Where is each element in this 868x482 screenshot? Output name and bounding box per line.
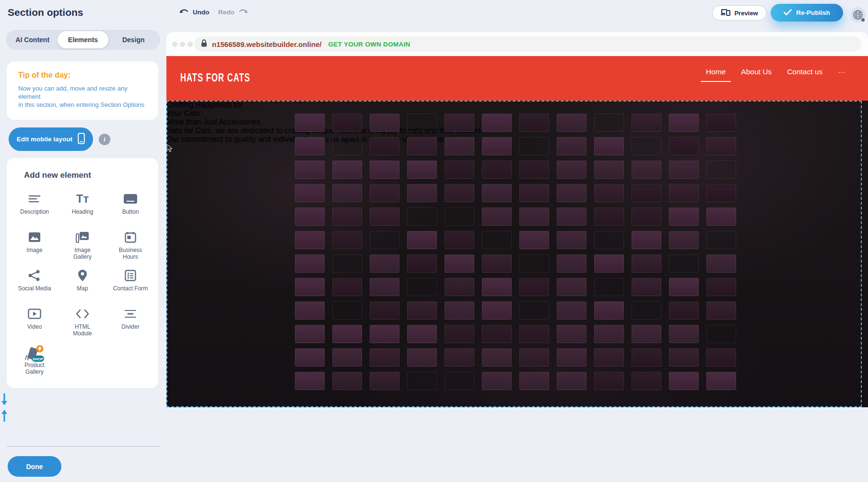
- site-logo[interactable]: HATS FOR CATS: [180, 71, 250, 84]
- site-url: n1566589.websitebuilder.online/: [212, 40, 321, 48]
- hero-tiles: [295, 114, 736, 390]
- add-item-product-gallery[interactable]: SHOP Product Gallery: [11, 342, 59, 380]
- add-item-button[interactable]: Button: [106, 189, 154, 227]
- hero-tile: [445, 137, 474, 155]
- add-item-label: Map: [77, 285, 88, 292]
- hero-tile: [594, 137, 624, 155]
- hero-tile: [332, 254, 362, 273]
- hero-tile: [519, 372, 549, 390]
- window-dot-1: [172, 42, 177, 47]
- hero-tile: [445, 207, 474, 226]
- hero-tile: [669, 278, 699, 296]
- hero-tile: [295, 207, 325, 226]
- page-title: Section options: [8, 7, 83, 18]
- hero-tile: [370, 137, 399, 155]
- hero-tile: [332, 372, 362, 390]
- undo-icon: [179, 8, 189, 16]
- hero-tile: [706, 137, 736, 155]
- hero-tile: [370, 325, 399, 343]
- hero-tile: [557, 137, 586, 155]
- hero-tile: [332, 207, 362, 226]
- panel-tabs: AI Content Elements Design: [6, 30, 160, 50]
- hero-tile: [482, 114, 512, 132]
- add-item-map[interactable]: Map: [59, 265, 106, 304]
- info-icon[interactable]: i: [99, 134, 110, 145]
- nav-about-us[interactable]: About Us: [741, 66, 772, 82]
- redo-icon: [238, 8, 248, 16]
- devices-icon: [721, 9, 730, 17]
- undo-button[interactable]: Undo: [179, 8, 210, 16]
- edit-mobile-layout-button[interactable]: Edit mobile layout: [9, 127, 93, 151]
- hero-tile: [332, 301, 362, 320]
- hero-tile: [594, 231, 624, 249]
- hero-tile: [706, 325, 736, 343]
- nav-home[interactable]: Home: [706, 66, 726, 82]
- add-item-image-gallery[interactable]: Image Gallery: [59, 227, 106, 265]
- hero-tile: [370, 301, 399, 320]
- hero-tile: [632, 114, 661, 132]
- tab-ai-content[interactable]: AI Content: [7, 31, 58, 48]
- hero-tile: [706, 254, 736, 273]
- add-item-description[interactable]: Description: [11, 189, 59, 227]
- hero-tile: [370, 161, 399, 179]
- republish-label: Re-Publish: [796, 9, 830, 16]
- hero-tile: [482, 207, 512, 226]
- tab-design[interactable]: Design: [108, 31, 159, 48]
- hero-tile: [594, 114, 624, 132]
- hero-tile: [594, 325, 624, 343]
- hero-tile: [557, 372, 586, 390]
- add-item-label: Heading: [72, 208, 94, 215]
- hero-tile: [482, 348, 512, 367]
- hero-tile: [445, 301, 474, 320]
- hero-tile: [557, 114, 586, 132]
- hero-section[interactable]: Crafting Happiness for Your Cats More th…: [166, 101, 868, 407]
- hero-tile: [519, 184, 549, 202]
- hero-tile: [669, 254, 699, 273]
- tab-elements[interactable]: Elements: [58, 31, 108, 48]
- redo-button[interactable]: Redo: [218, 8, 248, 16]
- hero-tile: [370, 278, 399, 296]
- hero-tile: [370, 114, 399, 132]
- hero-tile: [557, 325, 586, 343]
- add-item-label: Image: [26, 247, 42, 253]
- add-item-image[interactable]: Image: [11, 227, 59, 265]
- add-item-label: Business Hours: [113, 247, 148, 260]
- republish-button[interactable]: Re-Publish: [771, 4, 843, 22]
- add-item-video[interactable]: Video: [11, 304, 59, 342]
- add-item-contact-form[interactable]: Contact Form: [106, 265, 154, 304]
- hero-tile: [632, 372, 661, 390]
- hero-tile: [632, 137, 661, 155]
- add-item-html-module[interactable]: HTML Module: [59, 304, 106, 342]
- add-item-divider[interactable]: Divider: [106, 304, 154, 342]
- contact-form-icon: [125, 268, 136, 283]
- get-your-own-domain-link[interactable]: GET YOUR OWN DOMAIN: [328, 41, 410, 48]
- hero-tile: [519, 207, 549, 226]
- add-item-label: Image Gallery: [65, 247, 100, 260]
- hero-tile: [407, 301, 437, 320]
- phone-icon: [78, 133, 85, 146]
- nav-contact-us[interactable]: Contact us: [787, 66, 822, 82]
- hero-tile: [557, 254, 586, 273]
- done-button[interactable]: Done: [8, 456, 61, 477]
- preview-label: Preview: [734, 10, 758, 17]
- hero-tile: [669, 325, 699, 343]
- hero-tile: [332, 184, 362, 202]
- preview-button[interactable]: Preview: [712, 5, 767, 21]
- hero-tile: [407, 325, 437, 343]
- nav-more-ellipsis[interactable]: ···: [838, 66, 845, 82]
- address-bar[interactable]: n1566589.websitebuilder.online/ GET YOUR…: [194, 36, 861, 52]
- hero-tile: [669, 114, 699, 132]
- tip-line1: Now you can add, move and resize any ele…: [18, 84, 148, 101]
- hero-tile: [706, 184, 736, 202]
- hero-tile: [407, 207, 437, 226]
- hero-tile: [594, 278, 624, 296]
- add-item-social-media[interactable]: Social Media: [11, 265, 59, 304]
- hero-tile: [632, 207, 661, 226]
- hero-tile: [669, 137, 699, 155]
- hero-tile: [445, 254, 474, 273]
- add-item-business-hours[interactable]: Business Hours: [106, 227, 154, 265]
- hero-tile: [445, 278, 474, 296]
- hero-tile: [407, 184, 437, 202]
- add-item-heading[interactable]: Tт Heading: [59, 189, 106, 227]
- hero-tile: [519, 231, 549, 249]
